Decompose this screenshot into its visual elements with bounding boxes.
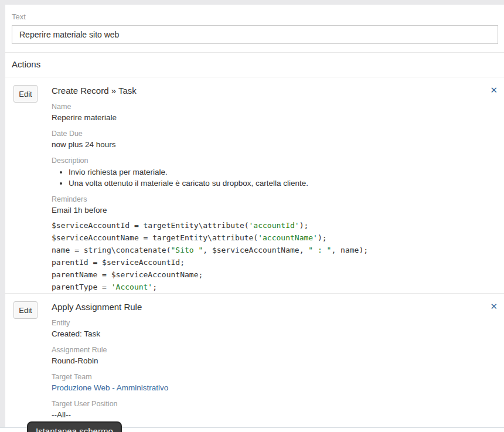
remove-action-icon[interactable]: ✕ xyxy=(490,302,498,311)
field-label: Target Team xyxy=(52,372,486,382)
field-value: --All-- xyxy=(52,410,486,420)
action-card: Edit ✕ Apply Assignment Rule EntityCreat… xyxy=(5,293,504,420)
field-value: now plus 24 hours xyxy=(52,140,486,150)
formula-code-line: parentType = 'Account'; xyxy=(52,281,486,293)
edit-button[interactable]: Edit xyxy=(13,85,38,103)
formula-code-line: parentId = $serviceAccountId; xyxy=(52,256,486,268)
field-label: Date Due xyxy=(52,129,486,138)
description-item: Invio richiesta per materiale. xyxy=(69,166,486,178)
formula-code-line: $serviceAccountId = targetEntity\attribu… xyxy=(52,219,486,232)
field-assignment-rule: Assignment RuleRound-Robin xyxy=(52,345,486,366)
page-top-margin xyxy=(0,0,504,5)
description-item: Una volta ottenuto il materiale è carica… xyxy=(69,178,486,189)
action-title: Apply Assignment Rule xyxy=(52,301,486,312)
action-fields: EntityCreated: TaskAssignment RuleRound-… xyxy=(52,318,486,420)
field-date-due: Date Duenow plus 24 hours xyxy=(52,129,486,150)
action-card: Edit ✕ Create Record » Task NameReperire… xyxy=(5,77,504,293)
field-name: NameReperire materiale xyxy=(52,102,486,123)
field-label: Description xyxy=(52,156,486,165)
field-value: Email 1h before xyxy=(52,205,486,216)
field-target-user-position: Target User Position--All-- xyxy=(52,399,486,420)
edit-button[interactable]: Edit xyxy=(13,301,38,319)
actions-list: Edit ✕ Create Record » Task NameReperire… xyxy=(5,77,504,420)
workflow-detail-panel: Text Actions Edit ✕ Create Record » Task… xyxy=(5,5,504,427)
field-label: Entity xyxy=(52,318,486,328)
actions-section-header: Actions xyxy=(5,53,504,77)
field-value-link[interactable]: Produzione Web - Amministrativo xyxy=(52,383,486,393)
remove-action-icon[interactable]: ✕ xyxy=(490,86,498,94)
field-label: Name xyxy=(52,102,486,111)
field-label: Reminders xyxy=(52,195,486,204)
page-left-margin xyxy=(0,5,5,427)
action-fields: NameReperire materialeDate Duenow plus 2… xyxy=(52,102,486,293)
field-value: Round-Robin xyxy=(52,356,486,366)
field-value: Reperire materiale xyxy=(52,113,486,123)
formula-code-line: name = string\concatenate("Sito ", $serv… xyxy=(52,244,486,256)
formula-code-line: parentName = $serviceAccountName; xyxy=(52,268,486,281)
field-label: Assignment Rule xyxy=(52,345,486,355)
action-title: Create Record » Task xyxy=(52,85,486,96)
text-field-label: Text xyxy=(12,12,504,22)
description-list: Invio richiesta per materiale.Una volta … xyxy=(52,166,486,189)
formula-code-line: $serviceAccountName = targetEntity\attri… xyxy=(52,232,486,244)
text-input[interactable] xyxy=(12,25,498,44)
screenshot-overlay-button[interactable]: Istantanea schermo xyxy=(27,421,122,432)
field-value: Created: Task xyxy=(52,329,486,339)
text-field-section: Text xyxy=(5,5,504,44)
field-target-team: Target TeamProduzione Web - Amministrati… xyxy=(52,372,486,393)
field-label: Target User Position xyxy=(52,399,486,409)
field-description: DescriptionInvio richiesta per materiale… xyxy=(52,156,486,189)
field-entity: EntityCreated: Task xyxy=(52,318,486,339)
formula-code-block: $serviceAccountId = targetEntity\attribu… xyxy=(52,219,486,293)
field-reminders: RemindersEmail 1h before xyxy=(52,195,486,216)
